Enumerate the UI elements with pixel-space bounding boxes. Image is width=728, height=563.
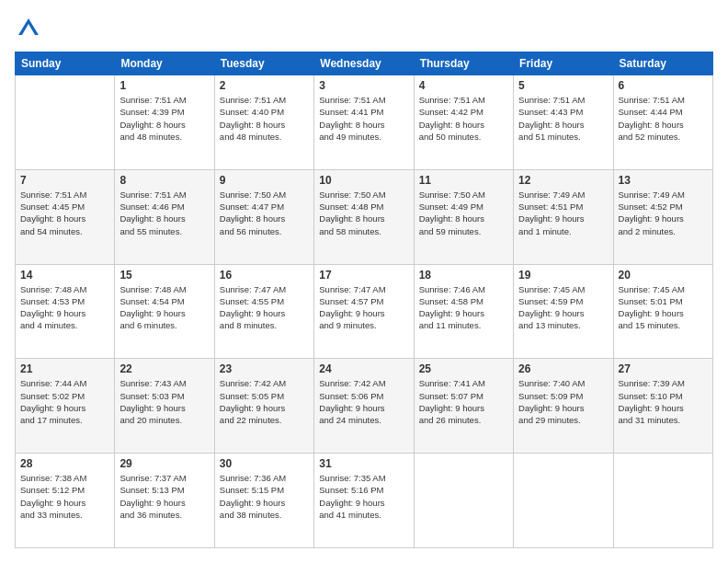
day-number: 20 [619, 269, 708, 282]
day-number: 12 [518, 174, 608, 187]
calendar-cell: 31Sunrise: 7:35 AMSunset: 5:16 PMDayligh… [314, 454, 414, 548]
day-number: 22 [119, 362, 209, 375]
day-number: 28 [20, 457, 109, 470]
day-number: 25 [419, 362, 508, 375]
day-number: 9 [220, 174, 309, 187]
week-row-5: 28Sunrise: 7:38 AMSunset: 5:12 PMDayligh… [16, 454, 713, 548]
calendar-cell: 17Sunrise: 7:47 AMSunset: 4:57 PMDayligh… [314, 264, 414, 359]
weekday-header-row: SundayMondayTuesdayWednesdayThursdayFrid… [16, 52, 713, 75]
day-info: Sunrise: 7:43 AMSunset: 5:03 PMDaylight:… [119, 377, 209, 426]
day-info: Sunrise: 7:51 AMSunset: 4:45 PMDaylight:… [20, 189, 109, 237]
calendar-cell: 14Sunrise: 7:48 AMSunset: 4:53 PMDayligh… [16, 264, 115, 359]
day-info: Sunrise: 7:37 AMSunset: 5:13 PMDaylight:… [119, 472, 209, 521]
logo [15, 15, 46, 42]
day-number: 29 [119, 457, 209, 470]
day-info: Sunrise: 7:49 AMSunset: 4:51 PMDaylight:… [518, 189, 608, 237]
day-number: 17 [319, 269, 408, 282]
day-info: Sunrise: 7:41 AMSunset: 5:07 PMDaylight:… [419, 377, 508, 426]
day-info: Sunrise: 7:50 AMSunset: 4:48 PMDaylight:… [319, 189, 408, 237]
calendar-cell: 30Sunrise: 7:36 AMSunset: 5:15 PMDayligh… [214, 454, 313, 548]
day-number: 16 [220, 269, 309, 282]
day-number: 1 [119, 79, 209, 92]
weekday-header-friday: Friday [514, 52, 613, 75]
calendar-cell: 1Sunrise: 7:51 AMSunset: 4:39 PMDaylight… [115, 75, 214, 170]
day-info: Sunrise: 7:50 AMSunset: 4:49 PMDaylight:… [419, 189, 508, 237]
calendar-cell: 24Sunrise: 7:42 AMSunset: 5:06 PMDayligh… [314, 359, 414, 454]
day-info: Sunrise: 7:42 AMSunset: 5:05 PMDaylight:… [220, 377, 309, 426]
day-number: 2 [220, 79, 309, 92]
calendar-cell: 26Sunrise: 7:40 AMSunset: 5:09 PMDayligh… [514, 359, 613, 454]
calendar-cell: 3Sunrise: 7:51 AMSunset: 4:41 PMDaylight… [314, 75, 414, 170]
calendar-cell [414, 454, 513, 548]
calendar-cell: 28Sunrise: 7:38 AMSunset: 5:12 PMDayligh… [16, 454, 115, 548]
weekday-header-saturday: Saturday [613, 52, 712, 75]
calendar-cell: 5Sunrise: 7:51 AMSunset: 4:43 PMDaylight… [514, 75, 613, 170]
calendar-cell: 20Sunrise: 7:45 AMSunset: 5:01 PMDayligh… [613, 264, 712, 359]
header [15, 15, 713, 42]
day-number: 3 [319, 79, 408, 92]
day-info: Sunrise: 7:51 AMSunset: 4:39 PMDaylight:… [119, 94, 209, 143]
day-info: Sunrise: 7:36 AMSunset: 5:15 PMDaylight:… [220, 472, 309, 521]
calendar-cell: 27Sunrise: 7:39 AMSunset: 5:10 PMDayligh… [613, 359, 712, 454]
calendar-cell: 9Sunrise: 7:50 AMSunset: 4:47 PMDaylight… [214, 169, 313, 264]
day-number: 21 [20, 362, 109, 375]
weekday-header-tuesday: Tuesday [214, 52, 313, 75]
day-info: Sunrise: 7:51 AMSunset: 4:42 PMDaylight:… [419, 94, 508, 143]
calendar-cell [514, 454, 613, 548]
day-info: Sunrise: 7:51 AMSunset: 4:46 PMDaylight:… [119, 189, 209, 237]
day-info: Sunrise: 7:51 AMSunset: 4:40 PMDaylight:… [220, 94, 309, 143]
calendar-cell: 21Sunrise: 7:44 AMSunset: 5:02 PMDayligh… [16, 359, 115, 454]
calendar-cell: 11Sunrise: 7:50 AMSunset: 4:49 PMDayligh… [414, 169, 513, 264]
day-number: 5 [518, 79, 608, 92]
calendar-cell: 7Sunrise: 7:51 AMSunset: 4:45 PMDaylight… [16, 169, 115, 264]
day-info: Sunrise: 7:48 AMSunset: 4:53 PMDaylight:… [20, 283, 109, 332]
calendar-cell: 25Sunrise: 7:41 AMSunset: 5:07 PMDayligh… [414, 359, 513, 454]
weekday-header-monday: Monday [115, 52, 214, 75]
week-row-4: 21Sunrise: 7:44 AMSunset: 5:02 PMDayligh… [16, 359, 713, 454]
day-number: 11 [419, 174, 508, 187]
calendar-cell: 10Sunrise: 7:50 AMSunset: 4:48 PMDayligh… [314, 169, 414, 264]
calendar-cell: 13Sunrise: 7:49 AMSunset: 4:52 PMDayligh… [613, 169, 712, 264]
calendar-page: SundayMondayTuesdayWednesdayThursdayFrid… [0, 0, 728, 563]
day-info: Sunrise: 7:44 AMSunset: 5:02 PMDaylight:… [20, 377, 109, 426]
week-row-2: 7Sunrise: 7:51 AMSunset: 4:45 PMDaylight… [16, 169, 713, 264]
day-number: 13 [619, 174, 708, 187]
calendar-cell [16, 75, 115, 170]
calendar-cell: 8Sunrise: 7:51 AMSunset: 4:46 PMDaylight… [115, 169, 214, 264]
calendar-cell: 15Sunrise: 7:48 AMSunset: 4:54 PMDayligh… [115, 264, 214, 359]
day-number: 10 [319, 174, 408, 187]
weekday-header-thursday: Thursday [414, 52, 513, 75]
day-info: Sunrise: 7:40 AMSunset: 5:09 PMDaylight:… [518, 377, 608, 426]
day-info: Sunrise: 7:47 AMSunset: 4:57 PMDaylight:… [319, 283, 408, 332]
day-info: Sunrise: 7:51 AMSunset: 4:43 PMDaylight:… [518, 94, 608, 143]
calendar-cell: 22Sunrise: 7:43 AMSunset: 5:03 PMDayligh… [115, 359, 214, 454]
day-number: 14 [20, 269, 109, 282]
day-number: 30 [220, 457, 309, 470]
day-info: Sunrise: 7:51 AMSunset: 4:41 PMDaylight:… [319, 94, 408, 143]
weekday-header-sunday: Sunday [16, 52, 115, 75]
calendar-cell: 4Sunrise: 7:51 AMSunset: 4:42 PMDaylight… [414, 75, 513, 170]
day-number: 7 [20, 174, 109, 187]
day-number: 31 [319, 457, 408, 470]
day-info: Sunrise: 7:42 AMSunset: 5:06 PMDaylight:… [319, 377, 408, 426]
day-info: Sunrise: 7:35 AMSunset: 5:16 PMDaylight:… [319, 472, 408, 521]
calendar-cell: 2Sunrise: 7:51 AMSunset: 4:40 PMDaylight… [214, 75, 313, 170]
calendar-cell [613, 454, 712, 548]
day-info: Sunrise: 7:50 AMSunset: 4:47 PMDaylight:… [220, 189, 309, 237]
day-info: Sunrise: 7:46 AMSunset: 4:58 PMDaylight:… [419, 283, 508, 332]
day-number: 8 [119, 174, 209, 187]
calendar-cell: 6Sunrise: 7:51 AMSunset: 4:44 PMDaylight… [613, 75, 712, 170]
day-number: 27 [619, 362, 708, 375]
day-number: 18 [419, 269, 508, 282]
day-number: 6 [619, 79, 708, 92]
week-row-1: 1Sunrise: 7:51 AMSunset: 4:39 PMDaylight… [16, 75, 713, 170]
day-info: Sunrise: 7:38 AMSunset: 5:12 PMDaylight:… [20, 472, 109, 521]
day-number: 19 [518, 269, 608, 282]
day-info: Sunrise: 7:47 AMSunset: 4:55 PMDaylight:… [220, 283, 309, 332]
day-number: 15 [119, 269, 209, 282]
day-number: 26 [518, 362, 608, 375]
calendar-cell: 16Sunrise: 7:47 AMSunset: 4:55 PMDayligh… [214, 264, 313, 359]
calendar-cell: 29Sunrise: 7:37 AMSunset: 5:13 PMDayligh… [115, 454, 214, 548]
logo-icon [15, 15, 42, 42]
calendar-cell: 19Sunrise: 7:45 AMSunset: 4:59 PMDayligh… [514, 264, 613, 359]
